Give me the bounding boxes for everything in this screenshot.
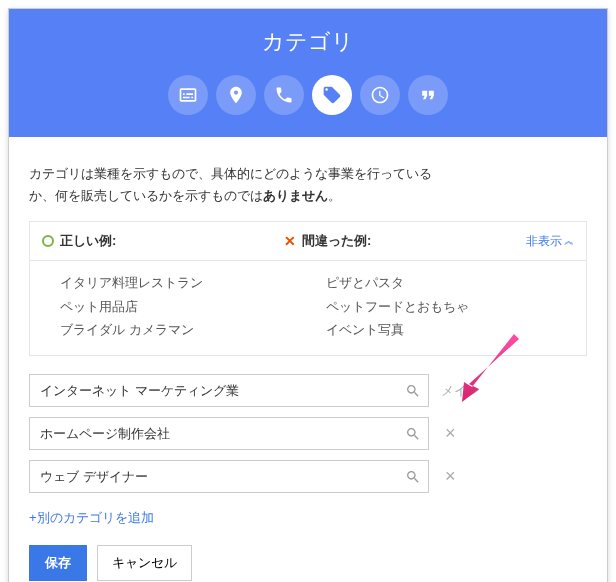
dialog-body: カテゴリは業種を示すもので、具体的にどのような事業を行っている か、何を販売して… xyxy=(9,137,607,582)
dialog-title: カテゴリ xyxy=(9,27,607,57)
tab-contact-icon[interactable] xyxy=(168,75,208,115)
wrong-mark-icon: ✕ xyxy=(284,233,296,249)
wrong-list: ピザとパスタ ペットフードとおもちゃ イベント写真 xyxy=(308,271,574,341)
search-icon xyxy=(405,426,421,442)
example-box: 正しい例: ✕ 間違った例: 非表示 ︽ イタリア料理レストラン ペット用品店 … xyxy=(29,221,587,356)
category-row-1: × xyxy=(29,417,587,450)
tab-phone-icon[interactable] xyxy=(264,75,304,115)
wrong-header: ✕ 間違った例: xyxy=(284,232,526,250)
hide-toggle[interactable]: 非表示 ︽ xyxy=(526,233,574,250)
example-header: 正しい例: ✕ 間違った例: 非表示 ︽ xyxy=(30,222,586,261)
search-icon xyxy=(405,469,421,485)
correct-mark-icon xyxy=(42,235,54,247)
category-input-0[interactable] xyxy=(29,374,429,407)
tab-intro-icon[interactable] xyxy=(408,75,448,115)
cancel-button[interactable]: キャンセル xyxy=(97,545,192,581)
button-row: 保存 キャンセル xyxy=(29,545,587,581)
remove-row-2[interactable]: × xyxy=(441,466,460,487)
search-icon xyxy=(405,383,421,399)
correct-header: 正しい例: xyxy=(42,232,284,250)
tab-icon-row xyxy=(9,75,607,115)
category-input-2[interactable] xyxy=(29,460,429,493)
tab-category-icon[interactable] xyxy=(312,75,352,115)
dialog-header: カテゴリ xyxy=(9,9,607,137)
tab-hours-icon[interactable] xyxy=(360,75,400,115)
category-input-1[interactable] xyxy=(29,417,429,450)
example-body: イタリア料理レストラン ペット用品店 ブライダル カメラマン ピザとパスタ ペッ… xyxy=(30,261,586,355)
category-row-0: メイン xyxy=(29,374,587,407)
dialog-container: カテゴリ カテゴリは業種を示すもので、具体的にどのような事業を行っている か、何… xyxy=(8,8,608,582)
category-inputs: メイン × × xyxy=(29,374,587,493)
description-text: カテゴリは業種を示すもので、具体的にどのような事業を行っている か、何を販売して… xyxy=(29,163,587,207)
category-row-2: × xyxy=(29,460,587,493)
add-category-link[interactable]: +別のカテゴリを追加 xyxy=(29,509,154,527)
main-tag: メイン xyxy=(441,382,480,400)
save-button[interactable]: 保存 xyxy=(29,545,87,581)
tab-location-icon[interactable] xyxy=(216,75,256,115)
correct-list: イタリア料理レストラン ペット用品店 ブライダル カメラマン xyxy=(42,271,308,341)
remove-row-1[interactable]: × xyxy=(441,423,460,444)
chevron-up-icon: ︽ xyxy=(564,234,574,248)
